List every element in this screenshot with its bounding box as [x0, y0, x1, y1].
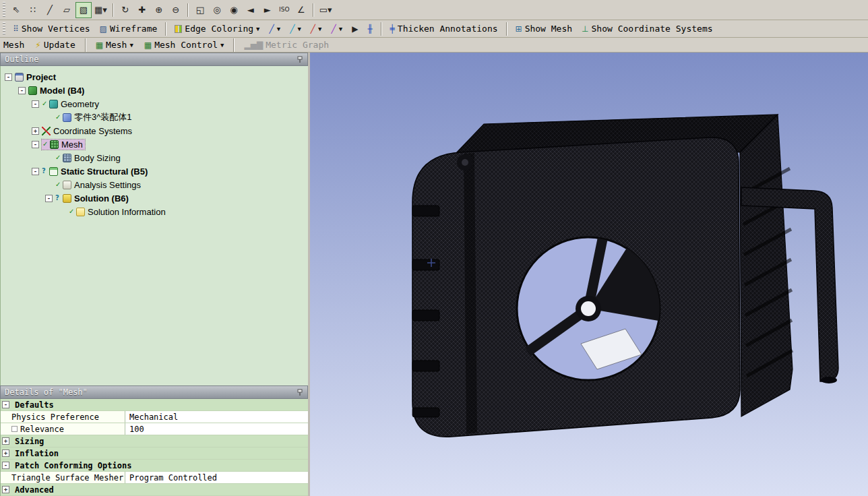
tree-item-solution-information[interactable]: ✓ Solution Information — [1, 205, 307, 218]
details-section-patch-conforming[interactable]: - Patch Conforming Options — [1, 460, 308, 472]
expand-toggle[interactable]: - — [45, 195, 53, 202]
mesh-control-label: Mesh Control — [154, 40, 218, 50]
expand-toggle[interactable]: - — [2, 462, 9, 469]
zoom-out-icon[interactable]: ⊖ — [168, 2, 184, 18]
tree-item-analysis-settings[interactable]: ✓ Analysis Settings — [1, 178, 307, 191]
tree-item-project[interactable]: - Project — [1, 70, 307, 84]
edge-direction-button[interactable]: ▶ — [348, 23, 362, 35]
look-at-face-icon[interactable]: ∠ — [293, 2, 309, 18]
tree-item-part[interactable]: ✓ 零件3^装配体1 — [1, 111, 307, 124]
expand-toggle[interactable]: - — [32, 141, 39, 148]
thicken-annotations-button[interactable]: ╪ Thicken Annotations — [386, 22, 502, 36]
update-button[interactable]: ⚡ Update — [31, 38, 79, 52]
expand-toggle[interactable]: - — [5, 73, 12, 81]
chevron-down-icon: ▼ — [256, 26, 259, 32]
selection-filter-faces-icon[interactable]: ▱ — [59, 2, 75, 18]
edge-option-dropdown-3[interactable]: ╱ ▼ — [307, 23, 326, 35]
selection-filter-bodies-icon[interactable]: ▧ — [75, 2, 92, 18]
section-label: Defaults — [15, 400, 54, 410]
box-zoom-icon[interactable]: ◱ — [192, 2, 208, 18]
expand-toggle[interactable]: + — [2, 437, 9, 445]
tree-item-coordinate-systems[interactable]: + Coordinate Systems — [1, 124, 307, 137]
expand-toggle[interactable]: - — [32, 100, 39, 108]
geometry-icon — [49, 100, 58, 108]
status-question-icon: ? — [55, 195, 61, 202]
select-pointer-icon[interactable]: ⇖ — [8, 2, 24, 18]
toolbar-separator — [165, 22, 166, 36]
details-row-physics-preference[interactable]: Physics Preference Mechanical — [1, 411, 308, 423]
graphics-viewport[interactable] — [310, 53, 868, 496]
metric-graph-icon: ▂▅▇ — [244, 41, 263, 49]
selection-filter-vertices-icon[interactable]: ∷ — [25, 2, 41, 18]
pan-view-icon[interactable]: ✚ — [134, 2, 150, 18]
tree-item-label: 零件3^装配体1 — [74, 111, 132, 123]
zoom-in-icon[interactable]: ⊕ — [151, 2, 167, 18]
details-section-inflation[interactable]: + Inflation — [1, 447, 308, 460]
checkbox-icon[interactable] — [11, 426, 18, 432]
expand-toggle[interactable]: - — [32, 168, 39, 175]
property-value[interactable]: Mechanical — [125, 411, 308, 423]
expand-toggle[interactable]: + — [2, 486, 9, 493]
edge-option-dropdown-1[interactable]: ╱ ▼ — [266, 23, 285, 35]
edge-coloring-label: Edge Coloring — [185, 24, 253, 34]
edge-coloring-dropdown[interactable]: Edge Coloring ▼ — [170, 22, 264, 36]
details-section-advanced[interactable]: + Advanced — [1, 484, 308, 496]
details-title: Details of "Mesh" — [5, 388, 88, 397]
wireframe-button[interactable]: ▨ Wireframe — [96, 22, 162, 36]
toolbar-separator — [313, 3, 314, 17]
toolbar-grip[interactable] — [3, 22, 5, 36]
mesh-grid-icon: ▦ — [96, 41, 103, 49]
zoom-to-fit-icon[interactable]: ◎ — [209, 2, 225, 18]
toolbar-grip[interactable] — [3, 2, 5, 18]
analysis-settings-icon — [63, 181, 71, 189]
previous-view-icon[interactable]: ◄ — [243, 2, 259, 18]
selection-filter-edges-icon[interactable]: ╱ — [42, 2, 58, 18]
rotate-view-icon[interactable]: ↻ — [117, 2, 133, 18]
tree-item-body-sizing[interactable]: ✓ Body Sizing — [1, 151, 307, 164]
tree-item-geometry[interactable]: - ✓ Geometry — [1, 97, 307, 111]
tree-item-static-structural[interactable]: - ? Static Structural (B5) — [1, 164, 307, 178]
expand-toggle[interactable]: + — [32, 127, 39, 135]
main-area: Outline - Project - Model (B4) - ✓ Geome… — [0, 53, 868, 496]
status-check-icon: ✓ — [55, 114, 61, 121]
viewports-dropdown[interactable]: ▭▾ — [317, 2, 334, 18]
midside-nodes-button[interactable]: ╫ — [363, 23, 376, 35]
toolbar-separator — [381, 22, 382, 36]
wireframe-icon: ▨ — [100, 25, 107, 33]
pin-icon[interactable] — [297, 389, 303, 396]
mesh-control-dropdown[interactable]: ▦ Mesh Control ▼ — [140, 38, 228, 52]
edge-slash-icon: ╱ — [290, 25, 294, 33]
midside-nodes-icon: ╫ — [367, 25, 372, 33]
expand-toggle[interactable]: - — [18, 87, 26, 94]
property-value[interactable]: Program Controlled — [125, 472, 308, 483]
viewport-canvas[interactable] — [310, 53, 868, 496]
tree-item-mesh[interactable]: - ✓ Mesh — [1, 137, 307, 151]
iso-view-icon[interactable]: ISO — [276, 2, 292, 18]
property-value[interactable]: 100 — [125, 423, 308, 435]
meshed-model[interactable] — [412, 115, 838, 437]
tree-item-model[interactable]: - Model (B4) — [1, 84, 307, 97]
toolbar-separator — [187, 3, 189, 17]
mesh-menu-dropdown[interactable]: ▦ Mesh ▼ — [92, 38, 137, 52]
extend-selection-dropdown[interactable]: ▦▾ — [92, 2, 109, 18]
tree-item-solution[interactable]: - ? Solution (B6) — [1, 191, 307, 205]
next-view-icon[interactable]: ► — [259, 2, 276, 18]
edge-option-dropdown-2[interactable]: ╱ ▼ — [286, 23, 305, 35]
details-section-defaults[interactable]: - Defaults — [1, 399, 308, 411]
show-vertices-button[interactable]: ⠿ Show Vertices — [9, 22, 94, 36]
expand-toggle[interactable]: + — [2, 450, 9, 457]
coordinate-systems-icon: ⊥ — [582, 25, 588, 33]
pin-icon[interactable] — [297, 56, 303, 63]
show-coordinate-systems-button[interactable]: ⊥ Show Coordinate Systems — [578, 22, 716, 36]
edge-option-dropdown-4[interactable]: ╱ ▼ — [327, 23, 346, 35]
details-row-relevance[interactable]: Relevance 100 — [1, 423, 308, 435]
details-row-triangle-surface-mesher[interactable]: Triangle Surface Mesher Program Controll… — [1, 472, 308, 484]
magnifier-window-icon[interactable]: ◉ — [226, 2, 242, 18]
left-panel: Outline - Project - Model (B4) - ✓ Geome… — [0, 53, 310, 496]
details-section-sizing[interactable]: + Sizing — [1, 435, 308, 447]
tree-item-label: Geometry — [61, 99, 99, 109]
section-label: Sizing — [15, 437, 44, 446]
show-mesh-button[interactable]: ⊞ Show Mesh — [512, 22, 577, 36]
expand-toggle[interactable]: - — [2, 401, 9, 408]
tree-item-label: Project — [26, 72, 56, 82]
